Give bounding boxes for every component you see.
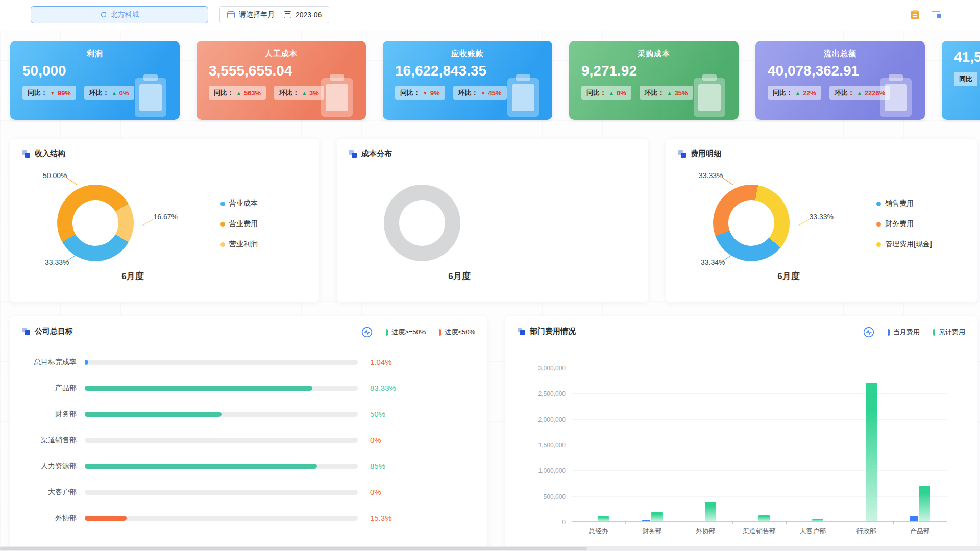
yoy-label: 同比 — [959, 74, 972, 84]
bar-cumulative — [598, 516, 609, 521]
mom-badge: 环比：▼45% — [453, 86, 507, 100]
y-axis-tick-label: 1,500,000 — [511, 442, 566, 449]
date-value-field[interactable]: 2023-06 — [284, 11, 322, 19]
scrollbar-thumb[interactable] — [0, 547, 587, 550]
mom-badge: 环比：▲3% — [274, 86, 324, 100]
progress-legend: 进度>=50%进度<50% — [386, 328, 475, 337]
clipboard-icon[interactable] — [911, 11, 919, 19]
yoy-label: 同比： — [400, 88, 420, 97]
income-structure-card: 收入结构 50.00%16.67%33.33% 6月度 营业成本营业费用营业利润 — [10, 139, 319, 302]
mom-label: 环比： — [458, 88, 478, 97]
kpi-card: 流出总额40,078,362.91同比：▲22%环比：▲2226% — [755, 41, 925, 120]
slice-percent-label: 16.67% — [154, 213, 178, 221]
cost-distribution-card: 成本分布 6月度 — [337, 139, 648, 302]
goal-label: 外协部 — [22, 514, 85, 523]
yoy-value: 563% — [244, 89, 261, 97]
yoy-label: 同比： — [28, 88, 47, 97]
document-stack-icon — [22, 328, 30, 335]
legend-label: 营业利润 — [229, 240, 258, 249]
x-axis-label: 6月度 — [748, 270, 829, 282]
legend-label: 进度<50% — [445, 328, 475, 337]
legend-label: 进度>=50% — [391, 328, 426, 337]
goal-row: 外协部15.3% — [10, 505, 487, 531]
slice-percent-label: 50.00% — [43, 171, 67, 180]
donut-chart: 50.00%16.67%33.33% — [57, 185, 134, 261]
y-axis-tick-label: 3,000,000 — [511, 365, 566, 372]
legend-item[interactable]: 管理费用[现金] — [876, 240, 932, 249]
legend-item[interactable]: 营业利润 — [220, 240, 258, 249]
progress-fill — [85, 386, 312, 391]
document-stack-icon — [22, 150, 30, 158]
goal-label: 人力资源部 — [22, 462, 85, 471]
mom-label: 环比： — [279, 88, 299, 97]
card-title: 公司总目标 — [35, 327, 73, 336]
x-axis-label: 6月度 — [419, 270, 500, 282]
x-axis-tick — [786, 522, 787, 524]
company-select-button[interactable]: 北方科城 — [31, 6, 208, 23]
divider — [925, 11, 925, 19]
slice-percent-label: 33.33% — [45, 258, 69, 266]
legend-item[interactable]: 营业费用 — [220, 219, 258, 229]
kpi-badges: 同比：▲22%环比：▲2226% — [768, 86, 925, 100]
legend-dot — [220, 202, 225, 206]
legend-item[interactable]: 财务费用 — [876, 219, 932, 229]
trend-up-icon: ▲ — [795, 90, 800, 96]
card-header: 收入结构 — [10, 139, 319, 159]
date-placeholder-text: 请选择年月 — [239, 10, 275, 19]
legend-item[interactable]: 进度>=50% — [386, 328, 426, 337]
kpi-card: 人工成本3,555,655.04同比：▲563%环比：▲3% — [197, 41, 366, 120]
card-title: 成本分布 — [361, 149, 392, 159]
yoy-label: 同比： — [214, 88, 234, 97]
topbar-actions — [911, 11, 940, 19]
goal-row: 总目标完成率1.04% — [10, 349, 487, 375]
progress-track — [85, 490, 358, 495]
bar-cumulative — [758, 515, 770, 521]
kpi-badges: 同比 — [954, 72, 980, 86]
x-axis-category-label: 行政部 — [840, 527, 894, 536]
progress-fill — [85, 516, 127, 521]
legend-item[interactable]: 销售费用 — [876, 199, 932, 208]
progress-track — [85, 412, 358, 417]
goal-row: 产品部83.33% — [10, 375, 487, 401]
trend-up-icon: ▲ — [112, 90, 117, 96]
y-axis-tick-label: 2,000,000 — [511, 416, 566, 423]
x-axis-label: 6月度 — [92, 270, 174, 282]
legend-dot — [220, 222, 225, 227]
pulse-line-icon[interactable] — [863, 327, 874, 338]
gridline — [572, 419, 947, 420]
yoy-label: 同比： — [586, 88, 606, 97]
company-name: 北方科城 — [111, 10, 139, 19]
goal-row: 人力资源部85% — [10, 453, 487, 479]
x-axis-tick — [947, 522, 947, 524]
legend-label: 营业费用 — [229, 219, 258, 229]
legend-item[interactable]: 累计费用 — [933, 328, 965, 337]
goal-value: 50% — [370, 410, 385, 418]
goal-row: 财务部50% — [10, 401, 487, 427]
pulse-line-icon[interactable] — [361, 327, 373, 338]
horizontal-scrollbar[interactable] — [0, 546, 980, 551]
legend-dot — [876, 202, 881, 206]
legend-item[interactable]: 当月费用 — [888, 328, 920, 337]
expense-detail-card: 费用明细 33.33%33.33%33.34% 6月度 销售费用财务费用管理费用… — [666, 139, 977, 302]
header-toolbar: 进度>=50%进度<50% — [361, 327, 475, 338]
legend-dot — [220, 242, 225, 247]
window-icon[interactable] — [932, 11, 940, 18]
date-placeholder-field[interactable]: 请选择年月 — [227, 10, 275, 19]
calendar-icon — [284, 11, 291, 18]
legend-item[interactable]: 营业成本 — [220, 199, 258, 208]
date-value-text: 2023-06 — [296, 11, 322, 19]
bar-cumulative — [866, 383, 877, 521]
progress-track — [85, 438, 358, 443]
progress-track — [85, 516, 358, 521]
kpi-badges: 同比：▼9%环比：▼45% — [395, 86, 552, 100]
card-header: 成本分布 — [337, 139, 648, 159]
goal-label: 财务部 — [22, 410, 85, 419]
gridline — [572, 470, 947, 471]
goal-value: 85% — [370, 462, 385, 470]
topbar: 北方科城 请选择年月 2023-06 — [0, 0, 980, 30]
dotted-separator — [307, 347, 475, 347]
leader-line — [66, 178, 78, 185]
kpi-title: 流出总额 — [755, 49, 925, 59]
legend-item[interactable]: 进度<50% — [439, 328, 475, 337]
x-axis-tick — [625, 522, 626, 524]
